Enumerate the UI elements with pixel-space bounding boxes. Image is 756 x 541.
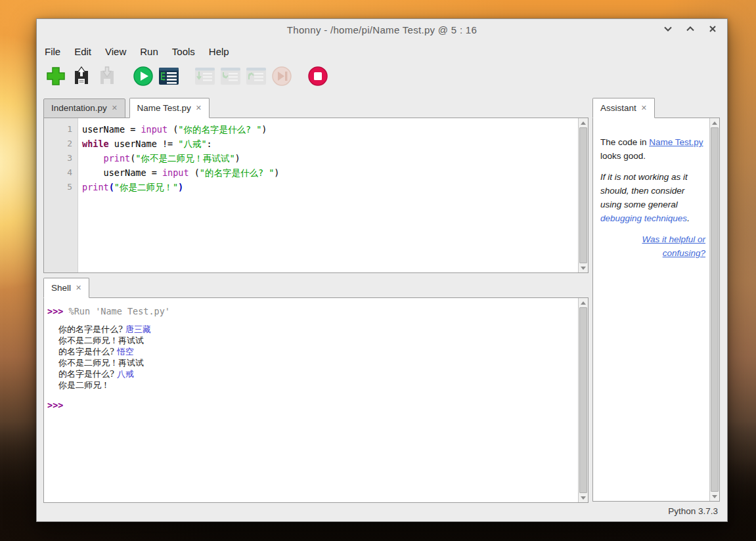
- statusbar: Python 3.7.3: [37, 502, 727, 521]
- maximize-button[interactable]: [685, 24, 696, 34]
- code-line[interactable]: while userName != "八戒":: [82, 137, 578, 151]
- shell-output-line: 你是二师兄！: [58, 379, 578, 391]
- editor-tabbar: Indentation.py ✕ Name Test.py ✕: [43, 98, 210, 118]
- shell-panel[interactable]: >>> %Run 'Name Test.py' 你的名字是什么? 唐三藏你不是二…: [43, 297, 589, 503]
- run-button[interactable]: [133, 64, 154, 88]
- line-number: 5: [44, 180, 72, 194]
- assistant-paragraph: If it is not working as it should, then …: [600, 170, 705, 225]
- menu-view[interactable]: View: [105, 46, 126, 57]
- code-line[interactable]: userName = input ("你的名字是什么? "): [82, 122, 578, 137]
- stop-button[interactable]: [307, 64, 328, 88]
- tab-indentation-py[interactable]: Indentation.py ✕: [43, 98, 125, 118]
- scroll-down-icon[interactable]: [579, 263, 588, 272]
- tab-close-icon[interactable]: ✕: [196, 104, 202, 112]
- tab-label: Shell: [51, 283, 71, 293]
- assistant-tabbar: Assistant ✕: [592, 98, 656, 118]
- tab-close-icon[interactable]: ✕: [76, 284, 81, 292]
- step-out-button: [246, 64, 267, 88]
- play-circle-icon: [133, 66, 154, 87]
- step-over-icon: [194, 66, 215, 86]
- scroll-down-icon[interactable]: [710, 492, 719, 501]
- scrollbar-thumb[interactable]: [579, 307, 587, 493]
- step-into-button: [220, 64, 241, 88]
- scroll-up-icon[interactable]: [710, 118, 719, 127]
- assistant-link[interactable]: Name Test.py: [649, 137, 703, 147]
- tab-close-icon[interactable]: ✕: [641, 104, 647, 112]
- open-file-button[interactable]: [71, 64, 92, 88]
- tab-shell[interactable]: Shell ✕: [43, 278, 89, 298]
- scroll-up-icon[interactable]: [579, 298, 588, 307]
- toolbar: [45, 61, 333, 91]
- tab-assistant[interactable]: Assistant ✕: [592, 98, 655, 118]
- tab-label: Name Test.py: [137, 103, 191, 113]
- resume-button: [271, 64, 292, 88]
- shell-output-line: 的名字是什么? 八戒: [58, 368, 578, 379]
- shade-button[interactable]: [663, 24, 673, 34]
- assistant-paragraph: The code in Name Test.py looks good.: [600, 135, 705, 163]
- menubar: File Edit View Run Tools Help: [45, 43, 229, 60]
- python-version: Python 3.7.3: [668, 506, 718, 516]
- floppy-down-icon: [97, 66, 117, 86]
- resume-icon: [271, 66, 292, 87]
- stop-circle-icon: [307, 66, 328, 87]
- assistant-link[interactable]: debugging techniques: [600, 213, 687, 223]
- shell-output: 你的名字是什么? 唐三藏你不是二师兄！再试试的名字是什么? 悟空你不是二师兄！再…: [47, 324, 578, 391]
- shell-output-line: 的名字是什么? 悟空: [58, 346, 578, 357]
- step-out-icon: [246, 66, 267, 86]
- plus-icon: [45, 66, 66, 87]
- scrollbar-thumb[interactable]: [579, 127, 587, 263]
- menu-help[interactable]: Help: [209, 46, 229, 57]
- shell-command-line: >>> %Run 'Name Test.py': [47, 305, 578, 318]
- debug-button[interactable]: [158, 64, 179, 88]
- shell-input-prompt[interactable]: >>>: [47, 400, 578, 410]
- shell-prompt: >>>: [47, 306, 69, 316]
- step-over-button: [194, 64, 215, 88]
- line-number: 1: [44, 122, 72, 137]
- shell-user-input: 唐三藏: [125, 324, 151, 334]
- close-button[interactable]: [707, 24, 718, 34]
- menu-file[interactable]: File: [45, 46, 60, 57]
- code-line[interactable]: print("你不是二师兄！再试试"): [82, 151, 578, 165]
- code-line[interactable]: print("你是二师兄！"): [82, 180, 578, 194]
- editor-scrollbar[interactable]: [578, 118, 588, 272]
- chevron-down-icon: [664, 26, 672, 32]
- new-file-button[interactable]: [45, 64, 66, 88]
- shell-scrollbar[interactable]: [578, 298, 588, 502]
- tab-close-icon[interactable]: ✕: [112, 104, 118, 112]
- code-area[interactable]: userName = input ("你的名字是什么? ")while user…: [79, 118, 578, 272]
- shell-magic-command: %Run 'Name Test.py': [69, 306, 170, 316]
- scrollbar-thumb[interactable]: [711, 127, 719, 492]
- chevron-up-icon: [686, 26, 694, 32]
- shell-user-input: 八戒: [117, 369, 134, 379]
- assistant-content: The code in Name Test.py looks good.If i…: [593, 118, 709, 501]
- code-line[interactable]: userName = input ("的名字是什么? "): [82, 165, 578, 180]
- code-editor[interactable]: 12345 userName = input ("你的名字是什么? ")whil…: [43, 118, 589, 273]
- menu-run[interactable]: Run: [140, 46, 158, 57]
- line-number: 2: [44, 137, 72, 151]
- debug-list-icon: [158, 66, 179, 86]
- window-title: Thonny - /home/pi/Name Test.py @ 5 : 16: [37, 24, 727, 35]
- menu-edit[interactable]: Edit: [74, 46, 91, 57]
- step-into-icon: [220, 66, 241, 86]
- line-number: 3: [44, 151, 72, 165]
- thonny-window: Thonny - /home/pi/Name Test.py @ 5 : 16 …: [36, 18, 728, 522]
- shell-tabbar: Shell ✕: [43, 278, 90, 298]
- line-number-gutter: 12345: [44, 118, 78, 272]
- floppy-up-icon: [72, 66, 91, 86]
- scroll-up-icon[interactable]: [579, 118, 588, 127]
- shell-output-line: 你的名字是什么? 唐三藏: [58, 324, 578, 335]
- assistant-panel: The code in Name Test.py looks good.If i…: [592, 118, 720, 502]
- scroll-down-icon[interactable]: [579, 493, 588, 502]
- assistant-paragraph: Was it helpful or confusing?: [600, 232, 705, 260]
- assistant-scrollbar[interactable]: [709, 118, 719, 501]
- titlebar[interactable]: Thonny - /home/pi/Name Test.py @ 5 : 16: [37, 19, 727, 41]
- assistant-link[interactable]: Was it helpful or confusing?: [642, 234, 705, 258]
- shell-output-line: 你不是二师兄！再试试: [58, 335, 578, 346]
- line-number: 4: [44, 165, 72, 180]
- menu-tools[interactable]: Tools: [172, 46, 195, 57]
- shell-output-line: 你不是二师兄！再试试: [58, 357, 578, 368]
- tab-label: Indentation.py: [51, 103, 107, 113]
- close-icon: [709, 26, 716, 32]
- tab-label: Assistant: [600, 103, 636, 113]
- tab-name-test-py[interactable]: Name Test.py ✕: [129, 98, 210, 118]
